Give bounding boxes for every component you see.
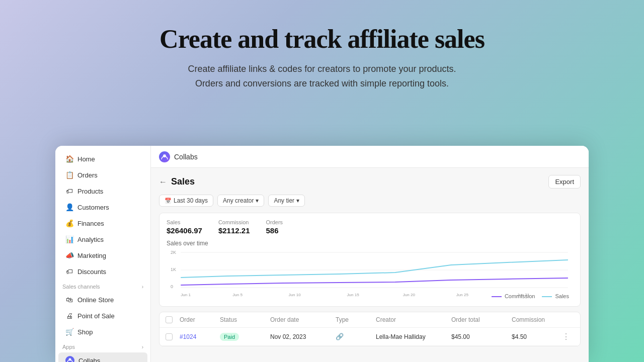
collabs-icon bbox=[65, 356, 74, 362]
svg-text:Jun 15: Jun 15 bbox=[347, 293, 360, 297]
table-header: Order Status Order date Type Creator Ord… bbox=[159, 312, 580, 328]
date-range-filter[interactable]: 📅 Last 30 days bbox=[159, 195, 213, 207]
order-type-cell: 🔗 bbox=[336, 333, 376, 340]
actions-column-header bbox=[562, 316, 576, 323]
commission-value: $2112.21 bbox=[218, 226, 250, 235]
sidebar-item-discounts[interactable]: 🏷 Discounts bbox=[58, 264, 147, 279]
tier-chevron-down-icon: ▾ bbox=[296, 197, 299, 204]
orders-table: Order Status Order date Type Creator Ord… bbox=[159, 312, 581, 346]
svg-text:2K: 2K bbox=[171, 250, 176, 255]
orders-label: Orders bbox=[266, 219, 283, 225]
sidebar: 🏠 Home 📋 Orders 🏷 Products 👤 Customers 💰… bbox=[55, 146, 151, 362]
select-all-checkbox[interactable] bbox=[166, 316, 173, 323]
order-date-cell: Nov 02, 2023 bbox=[270, 333, 336, 340]
tier-filter[interactable]: Any tier ▾ bbox=[268, 195, 305, 207]
sidebar-item-products[interactable]: 🏷 Products bbox=[58, 184, 147, 199]
commission-column-header: Commission bbox=[512, 316, 562, 323]
hero-subtitle: Create affiliate links & codes for creat… bbox=[10, 62, 634, 91]
stat-orders: Orders 586 bbox=[266, 219, 283, 235]
type-column-header: Type bbox=[336, 316, 376, 323]
svg-text:Jun 10: Jun 10 bbox=[288, 293, 301, 297]
sidebar-item-online-store[interactable]: 🛍 Online Store bbox=[58, 292, 147, 307]
stat-sales: Sales $26406.97 bbox=[167, 219, 202, 235]
select-all-header bbox=[166, 316, 180, 323]
sidebar-item-shop[interactable]: 🛒 Shop bbox=[58, 324, 147, 339]
row-actions-cell: ⋮ bbox=[562, 332, 576, 341]
more-options-icon[interactable]: ⋮ bbox=[562, 332, 570, 341]
creator-filter[interactable]: Any creator ▾ bbox=[217, 195, 264, 207]
sidebar-item-orders[interactable]: 📋 Orders bbox=[58, 167, 147, 183]
hero-title: Create and track affiliate sales bbox=[10, 24, 634, 54]
order-total-cell: $45.00 bbox=[451, 333, 512, 340]
stat-commission: Commission $2112.21 bbox=[218, 219, 250, 235]
calendar-icon: 📅 bbox=[165, 198, 172, 204]
customers-icon: 👤 bbox=[65, 203, 73, 211]
hero-section: Create and track affiliate sales Create … bbox=[0, 0, 644, 106]
main-content: Collabs ← Sales Export 📅 Last 30 days An… bbox=[151, 146, 589, 362]
marketing-icon: 📣 bbox=[65, 251, 73, 259]
online-store-icon: 🛍 bbox=[65, 296, 73, 304]
sales-title-row: ← Sales bbox=[159, 176, 195, 187]
svg-text:Jun 25: Jun 25 bbox=[456, 293, 469, 297]
sales-header: ← Sales Export bbox=[159, 175, 581, 189]
status-badge: Paid bbox=[220, 333, 239, 341]
stats-row: Sales $26406.97 Commission $2112.21 Orde… bbox=[167, 219, 573, 235]
row-checkbox-cell bbox=[166, 333, 180, 340]
row-checkbox[interactable] bbox=[166, 333, 173, 340]
orders-value: 586 bbox=[266, 226, 283, 235]
link-icon: 🔗 bbox=[336, 333, 344, 340]
order-status-cell: Paid bbox=[220, 333, 270, 341]
analytics-icon: 📊 bbox=[65, 235, 73, 243]
sales-page: ← Sales Export 📅 Last 30 days Any creato… bbox=[151, 168, 589, 362]
apps-section: Apps › bbox=[55, 340, 150, 352]
page-title: Sales bbox=[171, 176, 195, 187]
chevron-down-icon: ▾ bbox=[256, 197, 259, 204]
order-total-column-header: Order total bbox=[451, 316, 512, 323]
chart-title: Sales over time bbox=[167, 240, 573, 247]
export-button[interactable]: Export bbox=[548, 175, 581, 189]
status-column-header: Status bbox=[220, 316, 270, 323]
top-bar-title: Collabs bbox=[174, 153, 198, 161]
stats-card: Sales $26406.97 Commission $2112.21 Orde… bbox=[159, 213, 581, 307]
svg-text:0: 0 bbox=[171, 284, 173, 289]
sales-legend: Sales bbox=[542, 293, 569, 299]
hero-subtitle-line1: Create affiliate links & codes for creat… bbox=[188, 64, 456, 74]
collabs-app-logo bbox=[159, 151, 170, 162]
apps-chevron[interactable]: › bbox=[142, 344, 143, 350]
svg-text:Jun 5: Jun 5 bbox=[232, 293, 243, 297]
sidebar-item-marketing[interactable]: 📣 Marketing bbox=[58, 248, 147, 263]
products-icon: 🏷 bbox=[65, 187, 73, 195]
order-column-header: Order bbox=[180, 316, 220, 323]
svg-text:Jun 1: Jun 1 bbox=[181, 293, 191, 297]
svg-text:Jun 20: Jun 20 bbox=[403, 293, 416, 297]
back-arrow-icon[interactable]: ← bbox=[159, 177, 167, 187]
sidebar-item-home[interactable]: 🏠 Home bbox=[58, 151, 147, 166]
sales-value: $26406.97 bbox=[167, 226, 202, 235]
sidebar-item-collabs[interactable]: Collabs bbox=[58, 352, 147, 362]
app-window: 🏠 Home 📋 Orders 🏷 Products 👤 Customers 💰… bbox=[55, 146, 589, 362]
order-date-column-header: Order date bbox=[270, 316, 336, 323]
top-bar: Collabs bbox=[151, 146, 589, 168]
sidebar-item-customers[interactable]: 👤 Customers bbox=[58, 200, 147, 215]
sidebar-item-point-of-sale[interactable]: 🖨 Point of Sale bbox=[58, 308, 147, 323]
svg-text:1K: 1K bbox=[171, 267, 176, 272]
discounts-icon: 🏷 bbox=[65, 267, 73, 276]
creator-column-header: Creator bbox=[376, 316, 451, 323]
sales-label: Sales bbox=[167, 219, 202, 225]
home-icon: 🏠 bbox=[65, 155, 73, 163]
sidebar-item-analytics[interactable]: 📊 Analytics bbox=[58, 232, 147, 247]
order-number[interactable]: #1024 bbox=[180, 333, 220, 340]
shop-icon: 🛒 bbox=[65, 328, 73, 336]
chart-container: 2K 1K 0 Jun 1 Jun 5 Jun bbox=[167, 250, 573, 300]
point-of-sale-icon: 🖨 bbox=[65, 312, 73, 320]
table-row: #1024 Paid Nov 02, 2023 🔗 Lella-Mae Hall… bbox=[159, 328, 580, 346]
finances-icon: 💰 bbox=[65, 219, 73, 227]
sales-chart: 2K 1K 0 Jun 1 Jun 5 Jun bbox=[167, 250, 573, 300]
creator-cell: Lella-Mae Halliday bbox=[376, 333, 451, 340]
orders-icon: 📋 bbox=[65, 171, 73, 179]
chart-legend: Commission Sales bbox=[492, 293, 569, 299]
sidebar-item-finances[interactable]: 💰 Finances bbox=[58, 216, 147, 231]
commission-legend: Commission bbox=[492, 293, 535, 299]
sales-channels-section: Sales channels › bbox=[55, 280, 150, 292]
sales-channels-chevron[interactable]: › bbox=[142, 284, 143, 290]
